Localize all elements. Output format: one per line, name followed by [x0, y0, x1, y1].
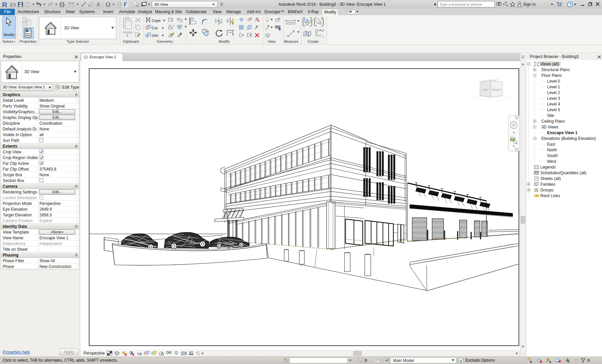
- svg-text:FRONT: FRONT: [492, 88, 501, 91]
- svg-text:1: 1: [91, 3, 93, 5]
- svg-text:A: A: [96, 2, 100, 7]
- svg-text:LEFT: LEFT: [482, 88, 489, 91]
- svg-text:R: R: [2, 1, 7, 8]
- svg-text:?: ?: [569, 2, 571, 6]
